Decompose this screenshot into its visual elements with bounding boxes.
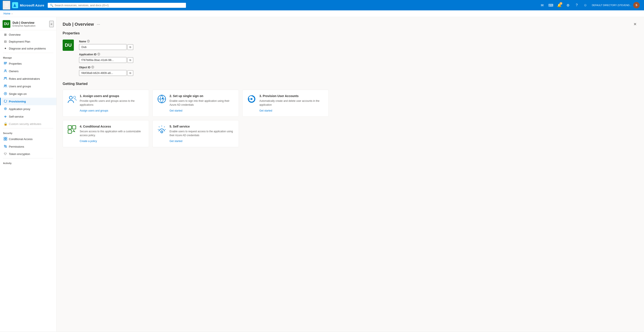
sidebar-item-label: Conditional Access xyxy=(9,137,32,141)
sidebar-item-custom-security: 🔒 Custom security attributes xyxy=(0,120,56,127)
name-copy-btn[interactable]: ⧉ xyxy=(128,44,133,50)
sidebar-item-conditional-access[interactable]: Conditional Access xyxy=(0,135,56,143)
name-input[interactable] xyxy=(79,44,126,50)
overview-icon: ⊞ xyxy=(4,33,7,36)
sidebar-header: DU Dub | Overview Enterprise Application… xyxy=(0,17,56,30)
search-box[interactable]: 🔍 xyxy=(48,3,186,8)
settings-btn[interactable]: ⚙ xyxy=(564,1,572,9)
app-logo-square: DU xyxy=(63,40,74,51)
sidebar-nav: ⊞ Overview ⊟ Deployment Plan ✦ Diagnose … xyxy=(0,30,56,331)
svg-rect-3 xyxy=(4,63,7,63)
sidebar-item-label: Self-service xyxy=(9,115,24,118)
email-icon-btn[interactable]: ✉ xyxy=(538,1,546,9)
properties-icon xyxy=(4,62,7,66)
search-icon: 🔍 xyxy=(50,4,53,7)
card-body-sso: 2. Set up single sign on Enable users to… xyxy=(170,94,234,112)
card-ca: 4. Conditional Access Secure access to t… xyxy=(63,120,149,147)
card-link-sso[interactable]: Get started xyxy=(170,109,182,112)
notifications-btn[interactable]: 🔔 2 xyxy=(556,1,563,9)
card-link-ca[interactable]: Create a policy xyxy=(80,140,97,143)
object-id-input[interactable] xyxy=(79,70,126,76)
app-id-label: Application ID ⓘ xyxy=(79,53,133,56)
user-avatar: S xyxy=(633,2,640,9)
card-self-service: 5. Self service Enable users to request … xyxy=(152,120,239,147)
sidebar-item-properties[interactable]: Properties xyxy=(0,60,56,68)
card-link-provision[interactable]: Get started xyxy=(259,109,272,112)
top-navigation: ☰ Microsoft Azure 🔍 ✉ ⌨ 🔔 2 ⚙ ? ☺ DEFAUL… xyxy=(0,0,644,10)
sidebar-item-provisioning[interactable]: Provisioning xyxy=(0,98,56,105)
azure-logo-text: Microsoft Azure xyxy=(20,4,44,7)
close-panel-btn[interactable]: ✕ xyxy=(632,22,638,27)
search-input[interactable] xyxy=(55,4,184,7)
sidebar-item-application-proxy[interactable]: Application proxy xyxy=(0,105,56,113)
sidebar-item-roles-admins[interactable]: Roles and administrators xyxy=(0,75,56,83)
sidebar-item-diagnose[interactable]: ✦ Diagnose and solve problems xyxy=(0,45,56,52)
sidebar-item-label: Owners xyxy=(9,70,18,73)
card-desc-self-service: Enable users to request access to the ap… xyxy=(170,129,234,137)
svg-point-29 xyxy=(162,132,162,132)
name-input-row: ⧉ xyxy=(79,44,133,50)
sidebar-divider-security xyxy=(3,128,53,128)
card-link-assign-users[interactable]: Assign users and groups xyxy=(80,109,108,112)
app-id-copy-btn[interactable]: ⧉ xyxy=(128,57,133,63)
card-assign-users: 1. Assign users and groups Provide speci… xyxy=(63,90,149,117)
sidebar-app-icon: DU xyxy=(2,20,10,28)
diagnose-icon: ✦ xyxy=(4,47,7,50)
sidebar: DU Dub | Overview Enterprise Application… xyxy=(0,17,56,331)
properties-area: Properties DU Name ⓘ ⧉ xyxy=(63,31,638,76)
card-body-self-service: 5. Self service Enable users to request … xyxy=(170,125,234,143)
sidebar-item-deployment-plan[interactable]: ⊟ Deployment Plan xyxy=(0,38,56,45)
more-options-btn[interactable]: ··· xyxy=(96,22,102,27)
security-section-label: Security xyxy=(0,129,56,135)
feedback-btn[interactable]: ☺ xyxy=(581,1,589,9)
sidebar-divider-manage xyxy=(3,53,53,53)
card-body-provision: 3. Provision User Accounts Automatically… xyxy=(259,94,324,112)
sso-icon xyxy=(4,92,7,96)
cloud-shell-btn[interactable]: ⌨ xyxy=(547,1,554,9)
breadcrumb: Home › xyxy=(0,10,644,17)
cards-row-1: 1. Assign users and groups Provide speci… xyxy=(63,90,638,117)
sidebar-item-label: Custom security attributes xyxy=(9,122,41,126)
card-icon-users xyxy=(67,94,77,104)
object-id-copy-btn[interactable]: ⧉ xyxy=(128,70,133,76)
card-title-assign-users: 1. Assign users and groups xyxy=(80,94,144,98)
sidebar-item-label: Roles and administrators xyxy=(9,77,40,80)
sidebar-item-self-service[interactable]: Self-service xyxy=(0,113,56,120)
page-title: Dub | Overview xyxy=(63,22,94,27)
sidebar-item-permissions[interactable]: Permissions xyxy=(0,143,56,150)
svg-rect-4 xyxy=(4,64,6,64)
svg-rect-15 xyxy=(6,137,7,139)
hamburger-menu[interactable]: ☰ xyxy=(2,1,10,10)
help-btn[interactable]: ? xyxy=(573,1,580,9)
sidebar-collapse-btn[interactable]: « xyxy=(49,21,54,27)
sidebar-item-overview[interactable]: ⊞ Overview xyxy=(0,31,56,38)
card-desc-ca: Secure access to this application with a… xyxy=(80,129,144,137)
card-link-self-service[interactable]: Get started xyxy=(170,140,182,143)
card-body-ca: 4. Conditional Access Secure access to t… xyxy=(80,125,144,143)
card-provision: 3. Provision User Accounts Automatically… xyxy=(242,90,329,117)
svg-rect-17 xyxy=(6,139,7,140)
sidebar-item-owners[interactable]: Owners xyxy=(0,68,56,75)
card-icon-ca xyxy=(67,125,77,134)
sidebar-divider-activity xyxy=(3,158,53,158)
svg-point-24 xyxy=(251,98,252,100)
sidebar-item-label: Diagnose and solve problems xyxy=(9,47,46,50)
breadcrumb-home[interactable]: Home xyxy=(4,12,10,15)
card-icon-sso xyxy=(157,94,166,104)
azure-logo: Microsoft Azure xyxy=(12,2,44,8)
svg-rect-16 xyxy=(4,139,5,140)
sidebar-item-users-groups[interactable]: Users and groups xyxy=(0,83,56,90)
notification-badge: 2 xyxy=(560,2,562,5)
sidebar-item-token-encryption[interactable]: 🛡 Token encryption xyxy=(0,150,56,157)
svg-point-13 xyxy=(5,117,6,117)
app-id-field: Application ID ⓘ ⧉ xyxy=(79,53,133,63)
card-title-ca: 4. Conditional Access xyxy=(80,125,144,128)
name-info-icon: ⓘ xyxy=(87,40,90,43)
app-id-input[interactable] xyxy=(79,57,126,63)
object-id-input-row: ⧉ xyxy=(79,70,133,76)
provisioning-icon xyxy=(4,99,7,104)
object-id-info-icon: ⓘ xyxy=(91,66,94,69)
user-directory: DEFAULT DIRECTORY (STEVEND... xyxy=(592,4,632,7)
user-menu[interactable]: DEFAULT DIRECTORY (STEVEND... S xyxy=(590,1,642,9)
sidebar-item-single-sign-on[interactable]: Single sign-on xyxy=(0,90,56,98)
